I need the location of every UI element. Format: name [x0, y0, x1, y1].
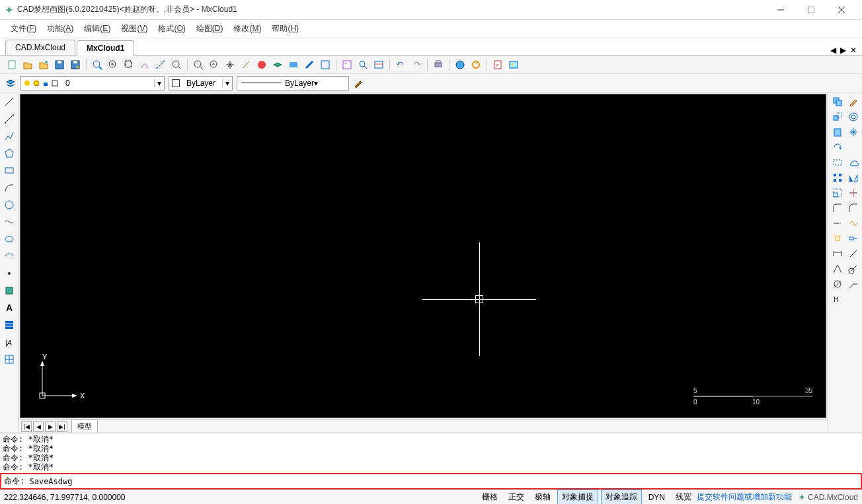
- xline-icon[interactable]: [3, 112, 16, 126]
- status-grid[interactable]: 栅格: [478, 490, 502, 504]
- extend-icon[interactable]: [831, 217, 844, 230]
- stretch-icon[interactable]: [847, 232, 860, 245]
- menu-format[interactable]: 格式(O): [153, 20, 190, 37]
- linetype-brush-icon[interactable]: [353, 78, 364, 89]
- hatch-icon[interactable]: [3, 318, 16, 332]
- move-icon[interactable]: [831, 110, 844, 124]
- mirror-icon[interactable]: [847, 171, 860, 184]
- tab-cad-mxcloud[interactable]: CAD.MxCloud: [5, 40, 75, 55]
- rectangle-icon[interactable]: [3, 164, 16, 177]
- chevron-down-icon[interactable]: ▾: [154, 79, 164, 88]
- close-button[interactable]: [826, 0, 857, 20]
- menu-file[interactable]: 文件(F): [5, 20, 42, 37]
- command-input[interactable]: [29, 476, 858, 487]
- dim-angular-icon[interactable]: [831, 262, 844, 275]
- leader-icon[interactable]: [847, 277, 860, 291]
- open2-icon[interactable]: [37, 58, 50, 71]
- scale-icon[interactable]: [831, 186, 844, 199]
- menu-function[interactable]: 功能(A): [42, 20, 79, 37]
- open-icon[interactable]: [21, 58, 34, 71]
- rectangle-tool-icon[interactable]: [831, 156, 844, 169]
- brush-icon[interactable]: [239, 58, 253, 71]
- layers-icon[interactable]: [271, 58, 284, 71]
- layout-first-icon[interactable]: |◀: [21, 421, 32, 432]
- measure-icon[interactable]: [154, 58, 167, 71]
- tab-close-icon[interactable]: ✕: [850, 46, 857, 55]
- pan-icon[interactable]: [223, 58, 237, 71]
- image-icon[interactable]: [507, 58, 520, 71]
- trim-icon[interactable]: [847, 186, 860, 199]
- preview-icon[interactable]: [340, 58, 354, 71]
- saveas-icon[interactable]: [69, 58, 82, 71]
- circle-icon[interactable]: [3, 198, 16, 211]
- point-icon[interactable]: [3, 267, 16, 280]
- status-polar[interactable]: 极轴: [531, 490, 555, 504]
- feedback-link[interactable]: 提交软件问题或增加新功能: [697, 491, 792, 503]
- model-tab[interactable]: 模型: [71, 419, 98, 433]
- menu-view[interactable]: 视图(V): [116, 20, 153, 37]
- status-otrack[interactable]: 对象追踪: [601, 489, 642, 504]
- ellipse-icon[interactable]: [3, 233, 16, 246]
- layout-next-icon[interactable]: ▶: [45, 421, 56, 432]
- linetype-combo[interactable]: ByLayer ▾: [237, 76, 349, 90]
- zoom-out-icon[interactable]: [208, 58, 221, 71]
- menu-modify[interactable]: 修改(M): [228, 20, 266, 37]
- spline-icon[interactable]: [3, 215, 16, 229]
- zoom-extents-icon[interactable]: [122, 58, 136, 71]
- move2-icon[interactable]: [847, 126, 860, 139]
- offset-icon[interactable]: [847, 110, 860, 124]
- minimize-button[interactable]: [765, 0, 796, 20]
- zoom-realtime-icon[interactable]: [138, 58, 151, 71]
- chevron-down-icon[interactable]: ▾: [222, 79, 232, 88]
- layout-last-icon[interactable]: ▶|: [57, 421, 67, 432]
- drawing-canvas[interactable]: Y X 535 010: [20, 94, 826, 418]
- ellipse-arc-icon[interactable]: [3, 250, 16, 263]
- menu-edit[interactable]: 编辑(E): [79, 20, 116, 37]
- chevron-down-icon[interactable]: ▾: [314, 79, 318, 88]
- polyline-icon[interactable]: [3, 129, 16, 143]
- color-combo[interactable]: ByLayer ▾: [169, 76, 233, 90]
- layout-prev-icon[interactable]: ◀: [33, 421, 44, 432]
- dim-diameter-icon[interactable]: [831, 277, 844, 291]
- table-icon[interactable]: [3, 353, 16, 366]
- redo-icon[interactable]: [410, 58, 423, 71]
- block-icon[interactable]: [3, 284, 16, 297]
- tab-prev-icon[interactable]: ◀: [830, 46, 836, 55]
- array-icon[interactable]: [831, 171, 844, 184]
- cloud-icon[interactable]: [847, 156, 860, 169]
- polygon-icon[interactable]: [3, 147, 16, 160]
- undo-icon[interactable]: [394, 58, 407, 71]
- pdf-icon[interactable]: P: [491, 58, 504, 71]
- dim-linear-icon[interactable]: [831, 247, 844, 260]
- line-icon[interactable]: [3, 95, 16, 108]
- layer-combo[interactable]: 0 ▾: [20, 76, 165, 90]
- status-dyn[interactable]: DYN: [645, 491, 669, 503]
- explode-icon[interactable]: [831, 232, 844, 245]
- layer-manager-icon[interactable]: [5, 78, 16, 89]
- dim-radius-icon[interactable]: [847, 262, 860, 275]
- dim-edit-icon[interactable]: H: [831, 293, 844, 306]
- settings-icon[interactable]: [372, 58, 385, 71]
- copy-icon[interactable]: [831, 95, 844, 108]
- status-ortho[interactable]: 正交: [504, 490, 528, 504]
- new-icon[interactable]: [5, 58, 19, 71]
- fillet-icon[interactable]: [831, 201, 844, 215]
- find-icon[interactable]: [356, 58, 370, 71]
- tab-mxcloud1[interactable]: MxCloud1: [77, 40, 134, 55]
- gradient-icon[interactable]: [287, 58, 300, 71]
- maximize-button[interactable]: [796, 0, 826, 20]
- dim-aligned-icon[interactable]: [847, 247, 860, 260]
- status-lwt[interactable]: 线宽: [672, 490, 695, 504]
- highlight-icon[interactable]: [303, 58, 316, 71]
- chamfer-icon[interactable]: [847, 201, 860, 215]
- erase-icon[interactable]: [847, 95, 860, 108]
- color-icon[interactable]: [255, 58, 268, 71]
- refresh-icon[interactable]: [469, 58, 483, 71]
- status-osnap[interactable]: 对象捕捉: [557, 489, 598, 504]
- arc-icon[interactable]: [3, 181, 16, 194]
- mtext-icon[interactable]: |A: [3, 336, 16, 349]
- zoom-all-icon[interactable]: [192, 58, 205, 71]
- print-icon[interactable]: [432, 58, 445, 71]
- menu-draw[interactable]: 绘图(D): [191, 20, 229, 37]
- text-icon[interactable]: A: [3, 301, 16, 314]
